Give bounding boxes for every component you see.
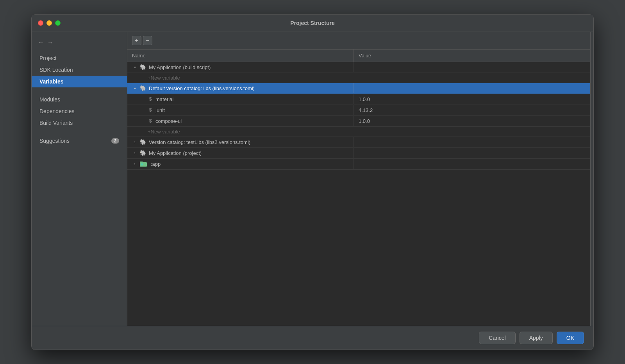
- row-value-cell: [354, 86, 590, 90]
- row-value-cell: [354, 140, 590, 144]
- elephant-icon: 🐘: [140, 64, 146, 70]
- apply-button[interactable]: Apply: [520, 332, 553, 344]
- row-name-cell: › 🐘 Version catalog: testLibs (libs2.ver…: [127, 137, 354, 147]
- add-new-variable-catalog[interactable]: +New variable: [148, 129, 180, 135]
- nav-arrows: ← →: [32, 36, 127, 52]
- main-content: + − Name Value ▾ 🐘 My Application (build…: [127, 32, 590, 326]
- project-structure-dialog: Project Structure ← → Project SDK Locati…: [31, 14, 594, 350]
- row-value-cell: [354, 162, 590, 166]
- row-value-cell: 1.0.0: [354, 116, 590, 126]
- minimize-button[interactable]: [46, 20, 52, 26]
- row-name-cell: $ material: [127, 94, 354, 104]
- row-name-cell: › :app: [127, 159, 354, 169]
- titlebar: Project Structure: [32, 15, 593, 32]
- row-name-cell: $ compose-ui: [127, 116, 354, 126]
- close-button[interactable]: [38, 20, 43, 26]
- forward-button[interactable]: →: [47, 39, 54, 46]
- table-row[interactable]: ▾ 🐘 Default version catalog: libs (libs.…: [127, 83, 590, 94]
- row-name-cell: $ junit: [127, 105, 354, 115]
- variables-table: Name Value ▾ 🐘 My Application (build scr…: [127, 50, 590, 326]
- sidebar-item-project[interactable]: Project: [32, 52, 127, 64]
- sidebar-item-build-variants[interactable]: Build Variants: [32, 117, 127, 129]
- elephant-icon: 🐘: [140, 150, 146, 156]
- folder-icon: [140, 161, 147, 167]
- sidebar: ← → Project SDK Location Variables Modul…: [32, 32, 127, 326]
- elephant-icon: 🐘: [140, 139, 146, 145]
- maximize-button[interactable]: [55, 20, 61, 26]
- chevron-right-icon: ›: [132, 162, 138, 166]
- toolbar: + −: [127, 32, 590, 50]
- chevron-down-icon: ▾: [132, 86, 138, 91]
- back-button[interactable]: ←: [38, 39, 44, 46]
- add-new-variable-build[interactable]: +New variable: [148, 75, 180, 81]
- table-header: Name Value: [127, 50, 590, 62]
- row-value-cell: 1.0.0: [354, 94, 590, 104]
- sidebar-item-dependencies[interactable]: Dependencies: [32, 105, 127, 117]
- row-name-cell: › 🐘 My Application (project): [127, 148, 354, 158]
- dialog-body: ← → Project SDK Location Variables Modul…: [32, 32, 593, 326]
- col-header-value: Value: [354, 50, 590, 62]
- suggestions-badge: 2: [111, 138, 119, 144]
- table-row[interactable]: ▾ 🐘 My Application (build script): [127, 62, 590, 73]
- new-variable-row[interactable]: +New variable: [127, 73, 590, 83]
- cancel-button[interactable]: Cancel: [479, 332, 516, 344]
- add-variable-button[interactable]: +: [132, 36, 141, 45]
- table-row[interactable]: › 🐘 Version catalog: testLibs (libs2.ver…: [127, 137, 590, 148]
- row-name-cell: ▾ 🐘 Default version catalog: libs (libs.…: [127, 83, 354, 93]
- chevron-right-icon: ›: [132, 140, 138, 144]
- table-row[interactable]: › :app: [127, 159, 590, 170]
- svg-rect-2: [141, 163, 143, 165]
- table-row[interactable]: $ compose-ui 1.0.0: [127, 116, 590, 127]
- footer: Cancel Apply OK: [32, 326, 593, 350]
- row-value-cell: [354, 151, 590, 155]
- new-variable-row[interactable]: +New variable: [127, 127, 590, 137]
- table-row[interactable]: $ junit 4.13.2: [127, 105, 590, 116]
- col-header-name: Name: [127, 50, 354, 62]
- variable-icon: $: [148, 118, 153, 124]
- elephant-icon: 🐘: [140, 85, 146, 91]
- chevron-down-icon: ▾: [132, 65, 138, 69]
- variable-icon: $: [148, 96, 153, 102]
- sidebar-item-modules[interactable]: Modules: [32, 94, 127, 105]
- remove-variable-button[interactable]: −: [143, 36, 152, 45]
- sidebar-item-variables[interactable]: Variables: [32, 76, 127, 87]
- row-name-cell: ▾ 🐘 My Application (build script): [127, 62, 354, 72]
- variable-icon: $: [148, 107, 153, 113]
- traffic-lights: [38, 20, 61, 26]
- svg-rect-1: [140, 162, 143, 163]
- scrollbar-track[interactable]: [590, 32, 593, 326]
- table-row[interactable]: $ material 1.0.0: [127, 94, 590, 105]
- ok-button[interactable]: OK: [557, 332, 584, 344]
- sidebar-item-sdk-location[interactable]: SDK Location: [32, 64, 127, 76]
- window-title: Project Structure: [290, 20, 335, 26]
- row-value-cell: 4.13.2: [354, 105, 590, 115]
- chevron-right-icon: ›: [132, 151, 138, 155]
- sidebar-item-suggestions[interactable]: Suggestions 2: [32, 135, 127, 147]
- table-row[interactable]: › 🐘 My Application (project): [127, 148, 590, 159]
- row-value-cell: [354, 65, 590, 69]
